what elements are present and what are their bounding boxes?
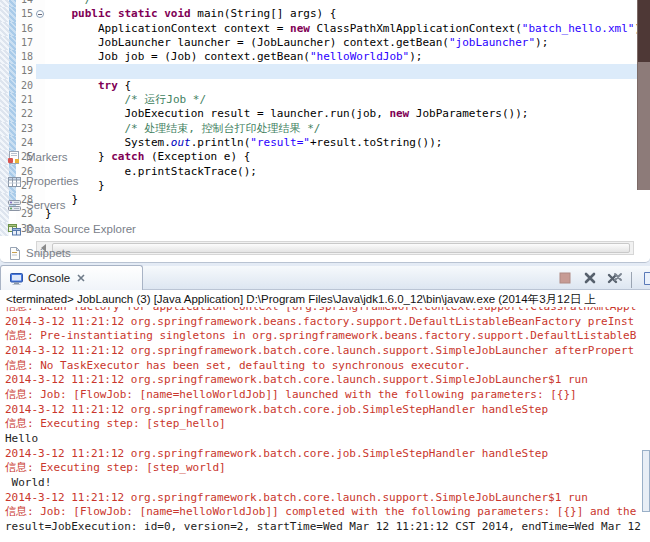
line-number[interactable]: 19: [16, 64, 36, 78]
fold-gutter[interactable]: [36, 7, 45, 21]
window-edge-strip-light: [638, 62, 650, 190]
code-line[interactable]: 15 public static void main(String[] args…: [0, 7, 650, 21]
code-line-text[interactable]: try {: [45, 79, 650, 93]
line-number[interactable]: 16: [16, 22, 36, 36]
code-segment: JobLauncher launcher = (JobLauncher) con…: [45, 36, 449, 49]
tab-snippets[interactable]: Snippets: [0, 241, 143, 265]
annotation-ruler: [0, 36, 9, 50]
code-segment: "jobLauncher": [449, 36, 535, 49]
code-line-text[interactable]: public static void main(String[] args) {: [45, 7, 650, 21]
fold-gutter[interactable]: [36, 107, 45, 121]
console-line: result=JobExecution: id=0, version=2, st…: [5, 520, 650, 535]
code-line-text[interactable]: */: [45, 0, 650, 7]
annotation-ruler: [0, 7, 9, 21]
console-line: 信息: Executing step: [step_hello]: [5, 417, 650, 432]
annotation-ruler: [0, 0, 9, 7]
console-line: Hello: [5, 432, 650, 447]
code-line[interactable]: 18 Job job = (Job) context.getBean("hell…: [0, 50, 650, 64]
window-edge-strip-dark: [638, 0, 650, 62]
code-line-text[interactable]: /* 运行Job */: [45, 93, 650, 107]
annotation-ruler: [0, 122, 9, 136]
console-line: World!: [5, 476, 650, 491]
code-segment: (Exception e) {: [144, 150, 250, 163]
quick-diff-indicator: [9, 107, 16, 121]
code-segment: [45, 122, 124, 135]
console-toolbar: [556, 271, 650, 289]
console-output[interactable]: 信息: Bean factory for application context…: [0, 307, 650, 542]
window-edge-strip: [637, 0, 650, 190]
line-number[interactable]: 17: [16, 36, 36, 50]
line-number[interactable]: 20: [16, 79, 36, 93]
collapse-icon[interactable]: [36, 10, 44, 18]
code-segment: /* 运行Job */: [124, 93, 206, 106]
code-line[interactable]: 16 ApplicationContext context = new Clas…: [0, 22, 650, 36]
markers-icon: [7, 150, 22, 165]
code-line-text[interactable]: /* 处理结束, 控制台打印处理结果 */: [45, 122, 650, 136]
line-number[interactable]: 14: [16, 0, 36, 7]
code-line[interactable]: 14 */: [0, 0, 650, 7]
console-line: 2014-3-12 11:21:12 org.springframework.b…: [5, 491, 650, 506]
code-segment: */: [45, 0, 91, 6]
code-segment: JobParameters());: [409, 107, 528, 120]
fold-gutter[interactable]: [36, 0, 45, 7]
code-segment: static: [118, 7, 158, 20]
console-scrollbar[interactable]: [642, 450, 650, 512]
code-line[interactable]: 19: [0, 64, 650, 78]
remove-all-launches-button[interactable]: [606, 271, 624, 289]
fold-gutter[interactable]: [36, 50, 45, 64]
code-line[interactable]: 22 JobExecution result = launcher.run(jo…: [0, 107, 650, 121]
terminate-button: [556, 271, 574, 289]
code-line-text[interactable]: [45, 64, 650, 78]
tab-properties[interactable]: Properties: [0, 169, 143, 193]
tab-data-source-explorer[interactable]: Data Source Explorer: [0, 217, 143, 241]
console-line: 2014-3-12 11:21:12 org.springframework.b…: [5, 403, 650, 418]
fold-gutter[interactable]: [36, 93, 45, 107]
console-line: 2014-3-12 11:21:12 org.springframework.b…: [5, 315, 650, 330]
console-line: 2014-3-12 11:21:12 org.springframework.b…: [5, 373, 650, 388]
code-line[interactable]: 20 try {: [0, 79, 650, 93]
remove-all-launches-icon: [607, 271, 623, 289]
fold-gutter[interactable]: [36, 64, 45, 78]
code-line-text[interactable]: JobExecution result = launcher.run(job, …: [45, 107, 650, 121]
fold-gutter[interactable]: [36, 122, 45, 136]
code-line[interactable]: 23 /* 处理结束, 控制台打印处理结果 */: [0, 122, 650, 136]
code-segment: try: [98, 79, 118, 92]
tab-markers[interactable]: Markers: [0, 145, 143, 169]
fold-gutter[interactable]: [36, 36, 45, 50]
console-line: 信息: Pre-instantiating singletons in org.…: [5, 329, 650, 344]
snippets-icon: [7, 246, 22, 261]
code-segment: ClassPathXmlApplicationContext(: [310, 22, 522, 35]
code-segment: void: [164, 7, 191, 20]
fold-gutter[interactable]: [36, 22, 45, 36]
console-line: 信息: Executing step: [step_world]: [5, 461, 650, 476]
annotation-ruler: [0, 50, 9, 64]
fold-gutter[interactable]: [36, 79, 45, 93]
servers-icon: [7, 198, 22, 213]
line-number[interactable]: 15: [16, 7, 36, 21]
tab-console[interactable]: Console: [0, 265, 143, 290]
tab-label: Data Source Explorer: [26, 223, 136, 235]
remove-launch-icon: [583, 271, 597, 289]
code-segment: main(String[] args) {: [191, 7, 337, 20]
code-segment: .println(: [191, 136, 251, 149]
line-number[interactable]: 21: [16, 93, 36, 107]
console-line: 信息: No TaskExecutor has been set, defaul…: [5, 359, 650, 374]
console-line: 2014-3-12 11:21:12 org.springframework.b…: [5, 344, 650, 359]
tab-servers[interactable]: Servers: [0, 193, 143, 217]
code-line-text[interactable]: JobLauncher launcher = (JobLauncher) con…: [45, 36, 650, 50]
data-source-explorer-icon: [7, 222, 22, 237]
code-segment: "helloWorldJob": [310, 50, 409, 63]
quick-diff-indicator: [9, 7, 16, 21]
code-segment: "batch_hello.xml": [522, 22, 635, 35]
line-number[interactable]: 22: [16, 107, 36, 121]
code-line-text[interactable]: ApplicationContext context = new ClassPa…: [45, 22, 650, 36]
remove-launch-button[interactable]: [581, 271, 599, 289]
close-icon[interactable]: [77, 274, 85, 282]
code-line-text[interactable]: Job job = (Job) context.getBean("helloWo…: [45, 50, 650, 64]
code-line[interactable]: 21 /* 运行Job */: [0, 93, 650, 107]
line-number[interactable]: 23: [16, 122, 36, 136]
open-console-button[interactable]: [639, 271, 650, 289]
line-number[interactable]: 18: [16, 50, 36, 64]
code-segment: );: [409, 50, 422, 63]
code-line[interactable]: 17 JobLauncher launcher = (JobLauncher) …: [0, 36, 650, 50]
